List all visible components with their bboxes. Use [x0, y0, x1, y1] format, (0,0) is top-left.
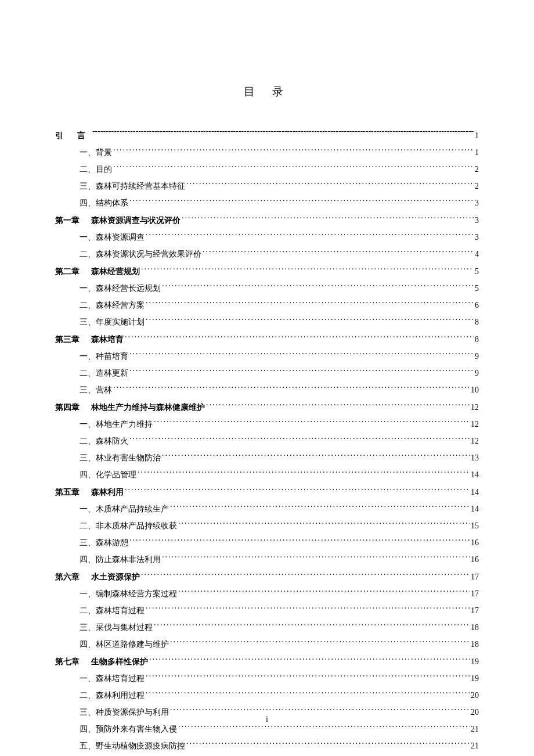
toc-chapter-label: 第二章森林经营规划: [55, 264, 140, 279]
toc-entry-text: 一、种苗培育: [80, 350, 128, 364]
toc-chapter-title: 森林经营规划: [91, 267, 140, 276]
toc-entry-page: 5: [475, 282, 479, 296]
toc-entry: 一、种苗培育9: [80, 350, 479, 364]
toc-entry-text: 一、木质林产品持续生产: [80, 502, 169, 517]
toc-leader: [92, 130, 474, 138]
toc-entry-page: 12: [471, 434, 479, 449]
toc-chapter-label: 第一章森林资源调查与状况评价: [55, 213, 181, 228]
toc-entry: 四、预防外来有害生物入侵21: [80, 722, 479, 737]
toc-entry: 五、野生动植物疫源疫病防控21: [80, 739, 479, 754]
toc-entry-text: 一、森林培育过程: [80, 672, 145, 686]
toc-entry-text: 一、编制森林经营方案过程: [80, 587, 177, 602]
toc-entry-text: 一、森林资源调查: [80, 231, 145, 245]
toc-entry-page: 3: [475, 196, 479, 211]
toc-chapter-number: 第六章: [55, 572, 80, 581]
toc-entry-page: 3: [475, 214, 479, 228]
toc-leader: [146, 605, 470, 613]
toc-chapter-title: 森林培育: [91, 334, 124, 344]
toc-entry: 第四章林地生产力维持与森林健康维护12: [55, 400, 479, 415]
toc-entry-page: 6: [475, 298, 479, 313]
toc-entry-page: 21: [471, 722, 479, 737]
toc-entry-text: 三、森林游憩: [80, 536, 128, 550]
toc-leader: [178, 520, 470, 528]
toc-chapter-label: 第五章森林利用: [55, 485, 124, 500]
toc-entry: 三、营林10: [80, 383, 479, 398]
toc-entry-text: 二、非木质林产品持续收获: [80, 519, 177, 534]
toc-leader: [203, 249, 474, 257]
toc-entry: 第七章生物多样性保护19: [55, 654, 479, 669]
toc-leader: [146, 673, 470, 681]
toc-leader: [138, 469, 470, 477]
toc-entry: 四、化学品管理14: [80, 468, 479, 483]
toc-entry-text: 三、营林: [80, 383, 112, 398]
toc-entry: 第三章森林培育8: [55, 332, 479, 347]
toc-entry-text: 四、化学品管理: [80, 468, 136, 483]
toc-entry-page: 8: [475, 315, 479, 330]
toc-entry: 二、森林经营方案6: [80, 298, 479, 313]
toc-entry: 三、林业有害生物防治13: [80, 451, 479, 466]
toc-entry: 二、非木质林产品持续收获15: [80, 519, 479, 534]
toc-leader: [154, 622, 470, 630]
toc-entry: 一、森林经营长远规划5: [80, 282, 479, 296]
toc-entry-page: 9: [475, 366, 479, 381]
toc-entry: 一、林地生产力维持12: [80, 417, 479, 432]
toc-leader: [149, 656, 470, 664]
toc-entry: 第五章森林利用14: [55, 485, 479, 500]
toc-chapter-title: 林地生产力维持与森林健康维护: [91, 402, 205, 412]
toc-leader: [129, 435, 470, 444]
toc-entry: 二、森林资源状况与经营效果评价4: [80, 247, 479, 262]
toc-entry-text: 三、年度实施计划: [80, 315, 145, 330]
toc-entry-text: 一、背景: [80, 146, 112, 160]
toc-chapter-label: 第四章林地生产力维持与森林健康维护: [55, 400, 205, 415]
toc-entry-text: 引 言: [55, 128, 91, 143]
toc-leader: [146, 316, 474, 325]
toc-entry: 三、森林可持续经营基本特征2: [80, 179, 479, 194]
toc-entry-text: 二、森林资源状况与经营效果评价: [80, 247, 201, 262]
toc-title: 目 录: [55, 84, 479, 99]
toc-entry: 二、森林利用过程20: [80, 689, 479, 703]
toc-chapter-title: 森林利用: [91, 487, 124, 496]
toc-chapter-number: 第三章: [55, 334, 80, 344]
toc-entry-page: 12: [471, 401, 479, 415]
toc-entry-text: 二、森林培育过程: [80, 604, 145, 618]
toc-entry-text: 三、采伐与集材过程: [80, 621, 153, 635]
toc-entry-page: 17: [471, 604, 479, 618]
toc-chapter-label: 第三章森林培育: [55, 332, 124, 347]
toc-entry-page: 4: [475, 247, 479, 262]
toc-entry-page: 17: [471, 570, 479, 585]
toc-entry: 第六章水土资源保护17: [55, 570, 479, 585]
toc-leader: [146, 690, 470, 698]
toc-leader: [129, 351, 474, 359]
toc-entry-page: 2: [475, 179, 479, 194]
toc-leader: [186, 181, 474, 189]
toc-chapter-label: 第六章水土资源保护: [55, 570, 140, 585]
toc-entry-page: 13: [471, 451, 479, 466]
toc-entry: 第一章森林资源调查与状况评价3: [55, 213, 479, 228]
toc-entry: 第二章森林经营规划5: [55, 264, 479, 279]
toc-chapter-label: 第七章生物多样性保护: [55, 654, 148, 669]
toc-chapter-title: 森林资源调查与状况评价: [91, 215, 181, 225]
toc-entry-page: 17: [471, 587, 479, 602]
toc-entry-page: 1: [475, 146, 479, 160]
toc-entry-text: 二、森林经营方案: [80, 298, 145, 313]
toc-entry: 三、采伐与集材过程18: [80, 621, 479, 635]
toc-leader: [129, 537, 470, 545]
toc-entry: 四、防止森林非法利用16: [80, 553, 479, 567]
toc-entry: 一、木质林产品持续生产14: [80, 502, 479, 517]
toc-entry-page: 1: [475, 129, 479, 143]
toc-leader: [182, 215, 474, 223]
toc-entry-page: 15: [471, 519, 479, 534]
toc-entry-page: 10: [471, 383, 479, 398]
toc-entry: 四、结构体系3: [80, 196, 479, 211]
toc-entry-text: 一、森林经营长远规划: [80, 282, 161, 296]
toc-entry-page: 19: [471, 672, 479, 686]
toc-entry-page: 5: [475, 265, 479, 279]
toc-entry: 一、背景1: [80, 146, 479, 160]
toc-leader: [186, 740, 470, 748]
toc-entry-page: 16: [471, 536, 479, 550]
toc-leader: [146, 232, 474, 240]
toc-entry-page: 20: [471, 689, 479, 703]
toc-entry-page: 21: [471, 739, 479, 754]
toc-chapter-number: 第五章: [55, 487, 80, 496]
toc-entry-text: 三、森林可持续经营基本特征: [80, 179, 185, 194]
